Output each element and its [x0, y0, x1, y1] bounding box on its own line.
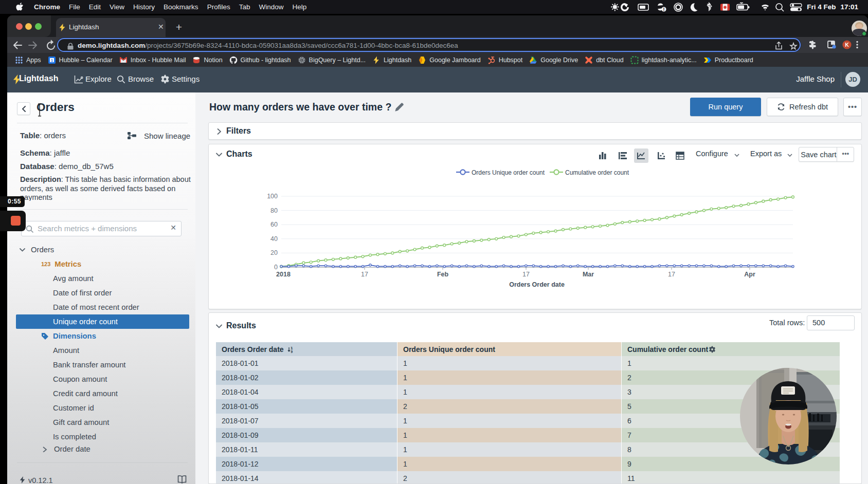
svg-text:0: 0 [274, 264, 278, 271]
svg-text:Mar: Mar [583, 271, 594, 278]
svg-text:100: 100 [267, 193, 278, 200]
svg-text:60: 60 [270, 221, 278, 228]
svg-text:17: 17 [668, 271, 675, 278]
svg-text:Feb: Feb [437, 271, 449, 278]
svg-text:!: ! [663, 7, 665, 12]
svg-text:Cumulative order count: Cumulative order count [565, 169, 629, 176]
svg-text:Apr: Apr [744, 271, 755, 278]
svg-text:Orders Order date: Orders Order date [509, 281, 565, 288]
svg-text:17: 17 [361, 271, 368, 278]
svg-text:9: 9 [291, 350, 293, 353]
svg-text:1: 1 [50, 58, 53, 62]
svg-text:17: 17 [522, 271, 530, 278]
svg-text:2018: 2018 [276, 271, 291, 278]
svg-text:80: 80 [270, 207, 278, 214]
svg-text:Orders Unique order count: Orders Unique order count [472, 169, 545, 176]
svg-text:K: K [845, 42, 849, 48]
svg-text:20: 20 [270, 249, 278, 256]
svg-text:40: 40 [270, 235, 278, 243]
